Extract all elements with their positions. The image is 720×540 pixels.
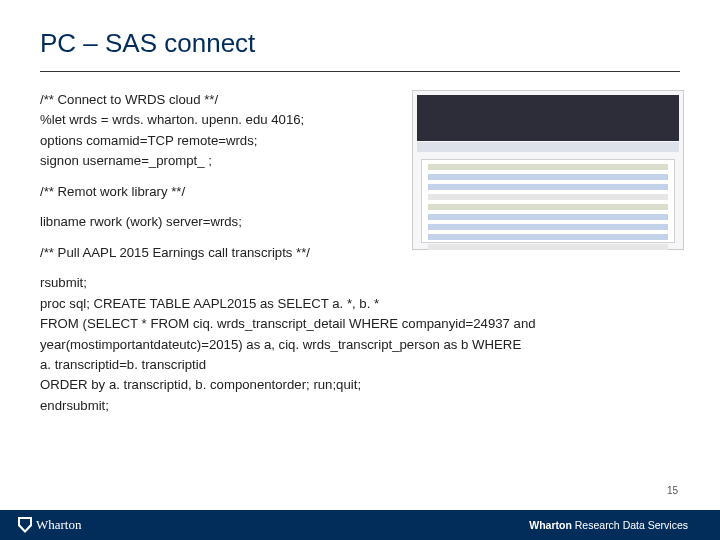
code-orderby: ORDER by a. transcriptid, b. componentor… bbox=[40, 375, 680, 395]
footer-bar: Wharton Wharton Research Data Services bbox=[0, 510, 720, 540]
code-rsubmit: rsubmit; bbox=[40, 273, 680, 293]
footer-right-text: Wharton Research Data Services bbox=[529, 519, 688, 531]
code-transcriptid: a. transcriptid=b. transcriptid bbox=[40, 355, 680, 375]
code-endrsubmit: endrsubmit; bbox=[40, 396, 680, 416]
code-from: FROM (SELECT * FROM ciq. wrds_transcript… bbox=[40, 314, 680, 334]
thumb-toolbar-region bbox=[417, 142, 679, 152]
shield-icon bbox=[18, 517, 32, 533]
logo-text: Wharton bbox=[36, 517, 81, 533]
slide-title: PC – SAS connect bbox=[0, 0, 720, 67]
page-number: 15 bbox=[667, 485, 678, 496]
wharton-logo: Wharton bbox=[18, 517, 81, 533]
content-area: /** Connect to WRDS cloud **/ %let wrds … bbox=[0, 90, 720, 540]
code-year: year(mostimportantdateutc)=2015) as a, c… bbox=[40, 335, 680, 355]
thumb-dark-region bbox=[417, 95, 679, 141]
footer-right-bold: Wharton bbox=[529, 519, 572, 531]
footer-right-rest: Research Data Services bbox=[572, 519, 688, 531]
code-screenshot-thumbnail bbox=[412, 90, 684, 250]
thumb-code-region bbox=[421, 159, 675, 243]
code-procsql: proc sql; CREATE TABLE AAPL2015 as SELEC… bbox=[40, 294, 680, 314]
title-underline bbox=[40, 71, 680, 72]
